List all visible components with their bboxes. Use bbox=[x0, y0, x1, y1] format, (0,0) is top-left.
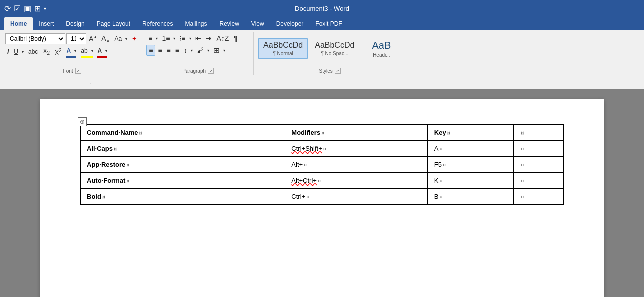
customize-icon[interactable]: ⊞ bbox=[34, 4, 41, 13]
tab-design[interactable]: Design bbox=[60, 17, 90, 30]
cell-extra-bold: ¤ bbox=[514, 189, 564, 205]
word-icon[interactable]: ⟳ bbox=[4, 4, 11, 13]
font-color-button[interactable]: A bbox=[65, 46, 73, 56]
quick-access-toolbar: ⟳ ☑ ▣ ⊞ ▾ bbox=[4, 4, 46, 13]
underline-dropdown[interactable]: ▾ bbox=[20, 48, 25, 56]
bold-button[interactable]: I bbox=[5, 48, 11, 56]
document-area[interactable]: ⊕ Command·Name¤ Modifiers¤ Key¤ ¤ All·Ca… bbox=[0, 89, 644, 297]
ribbon-tab-bar: Home Insert Design Page Layout Reference… bbox=[0, 16, 644, 30]
decrease-indent-button[interactable]: ⇤ bbox=[193, 33, 203, 43]
styles-group: AaBbCcDd ¶ Normal AaBbCcDd ¶ No Spac... … bbox=[255, 32, 405, 75]
superscript-button[interactable]: X2 bbox=[53, 47, 64, 57]
strikethrough-button[interactable]: abc bbox=[26, 48, 40, 56]
tab-mailings[interactable]: Mailings bbox=[179, 17, 213, 30]
numbering-button[interactable]: 1≡ bbox=[160, 33, 172, 43]
multilevel-dropdown[interactable]: ▾ bbox=[188, 35, 193, 42]
tab-foxit[interactable]: Foxit PDF bbox=[309, 17, 348, 30]
undo-icon[interactable]: ▣ bbox=[24, 4, 31, 13]
tab-view[interactable]: View bbox=[245, 17, 270, 30]
table-header-extra: ¤ bbox=[514, 125, 564, 141]
tab-home[interactable]: Home bbox=[4, 17, 33, 30]
keyboard-shortcuts-table: Command·Name¤ Modifiers¤ Key¤ ¤ All·Caps… bbox=[80, 124, 564, 205]
style-normal[interactable]: AaBbCcDd ¶ Normal bbox=[258, 38, 308, 59]
bullets-dropdown[interactable]: ▾ bbox=[154, 35, 159, 42]
change-case-dropdown[interactable]: ▾ bbox=[124, 35, 129, 43]
bullets-split: ≡ ▾ bbox=[146, 33, 159, 43]
increase-indent-button[interactable]: ⇥ bbox=[204, 33, 214, 43]
font-dialog-launcher[interactable]: ↗ bbox=[75, 68, 81, 74]
style-no-space[interactable]: AaBbCcDd ¶ No Spac... bbox=[310, 38, 359, 59]
borders-dropdown[interactable]: ▾ bbox=[222, 47, 227, 54]
underline-button[interactable]: U bbox=[12, 47, 20, 57]
save-icon[interactable]: ☑ bbox=[14, 4, 21, 13]
highlight-button[interactable]: ab bbox=[79, 46, 89, 56]
style-nospace-label: ¶ No Spac... bbox=[315, 51, 354, 56]
table-row: All·Caps¤ Ctrl+Shift+¤ A¤ ¤ bbox=[81, 141, 564, 157]
font-color-split: A ▾ bbox=[65, 46, 78, 58]
paragraph-group: ≡ ▾ 1≡ ▾ ⁝≡ ▾ ⇤ ⇥ A↕Z ¶ ≡ bbox=[143, 32, 254, 75]
sort-split: A↕Z bbox=[214, 33, 231, 43]
cell-command-apprestore: App·Restore¤ bbox=[81, 157, 285, 173]
shading-split: 🖌 ▾ bbox=[195, 45, 211, 55]
numbering-split: 1≡ ▾ bbox=[160, 33, 177, 43]
align-left-button[interactable]: ≡ bbox=[146, 45, 155, 56]
table-row: Bold¤ Ctrl+¤ B¤ ¤ bbox=[81, 189, 564, 205]
cell-command-allcaps: All·Caps¤ bbox=[81, 141, 285, 157]
table-header-command: Command·Name¤ bbox=[81, 125, 285, 141]
window-title: Document3 - Word bbox=[295, 5, 349, 12]
style-heading1-sample: AaB bbox=[366, 40, 396, 51]
justify-button[interactable]: ≡ bbox=[173, 45, 181, 55]
table-move-handle[interactable]: ⊕ bbox=[78, 117, 87, 126]
cell-key-allcaps: A¤ bbox=[427, 141, 513, 157]
multilevel-split: ⁝≡ ▾ bbox=[177, 33, 192, 43]
borders-button[interactable]: ⊞ bbox=[211, 45, 222, 55]
tab-page-layout[interactable]: Page Layout bbox=[91, 17, 136, 30]
align-center-button[interactable]: ≡ bbox=[156, 45, 164, 55]
clear-formatting-button[interactable]: ✦ bbox=[130, 35, 139, 43]
tab-review[interactable]: Review bbox=[213, 17, 245, 30]
show-formatting-button[interactable]: ¶ bbox=[231, 33, 239, 43]
line-spacing-dropdown[interactable]: ▾ bbox=[189, 47, 194, 54]
tab-references[interactable]: References bbox=[136, 17, 179, 30]
shading-dropdown[interactable]: ▾ bbox=[206, 47, 211, 54]
font-color2-dropdown[interactable]: ▾ bbox=[104, 47, 109, 55]
subscript-button[interactable]: X2 bbox=[41, 47, 52, 56]
font-name-size-row: Calibri (Body) 11 A▲ A▼ Aa ▾ ✦ bbox=[5, 33, 139, 44]
line-spacing-button[interactable]: ↕ bbox=[182, 45, 189, 55]
font-group-footer: Font ↗ bbox=[2, 68, 142, 74]
font-grow-button[interactable]: A▲ bbox=[87, 35, 99, 43]
font-name-select[interactable]: Calibri (Body) bbox=[5, 33, 65, 44]
tab-developer[interactable]: Developer bbox=[270, 17, 310, 30]
cell-key-apprestore: F5¤ bbox=[427, 157, 513, 173]
cell-extra-autoformat: ¤ bbox=[514, 173, 564, 189]
style-normal-label: ¶ Normal bbox=[263, 51, 303, 56]
sort-button[interactable]: A↕Z bbox=[214, 33, 231, 43]
font-size-select[interactable]: 11 bbox=[66, 33, 86, 44]
style-heading1[interactable]: AaB Headi... bbox=[361, 37, 401, 61]
dropdown-icon[interactable]: ▾ bbox=[44, 6, 46, 11]
highlight-dropdown[interactable]: ▾ bbox=[90, 47, 95, 55]
table-row: Auto·Format¤ Alt+Ctrl+¤ K¤ ¤ bbox=[81, 173, 564, 189]
align-right-button[interactable]: ≡ bbox=[165, 45, 173, 55]
styles-dialog-launcher[interactable]: ↗ bbox=[335, 68, 341, 74]
font-color-dropdown[interactable]: ▾ bbox=[73, 47, 78, 55]
paragraph-dialog-launcher[interactable]: ↗ bbox=[208, 68, 214, 74]
paragraph-row1: ≡ ▾ 1≡ ▾ ⁝≡ ▾ ⇤ ⇥ A↕Z ¶ bbox=[146, 33, 250, 43]
font-color2-button[interactable]: A bbox=[96, 46, 104, 56]
shading-button[interactable]: 🖌 bbox=[195, 45, 206, 55]
styles-group-label: Styles bbox=[319, 68, 333, 74]
font-shrink-button[interactable]: A▼ bbox=[100, 34, 111, 44]
change-case-split: Aa ▾ bbox=[113, 34, 129, 44]
bullets-button[interactable]: ≡ bbox=[146, 33, 154, 43]
cell-extra-apprestore: ¤ bbox=[514, 157, 564, 173]
tab-insert[interactable]: Insert bbox=[33, 17, 60, 30]
multilevel-button[interactable]: ⁝≡ bbox=[177, 33, 187, 43]
font-group-label: Font bbox=[63, 68, 73, 74]
cell-extra-allcaps: ¤ bbox=[514, 141, 564, 157]
font-color2-split: A ▾ bbox=[96, 46, 109, 58]
numbering-dropdown[interactable]: ▾ bbox=[172, 35, 177, 42]
style-normal-sample: AaBbCcDd bbox=[263, 41, 303, 50]
line-spacing-split: ↕ ▾ bbox=[182, 45, 194, 55]
style-nospace-sample: AaBbCcDd bbox=[315, 41, 354, 50]
change-case-button[interactable]: Aa bbox=[113, 34, 124, 44]
